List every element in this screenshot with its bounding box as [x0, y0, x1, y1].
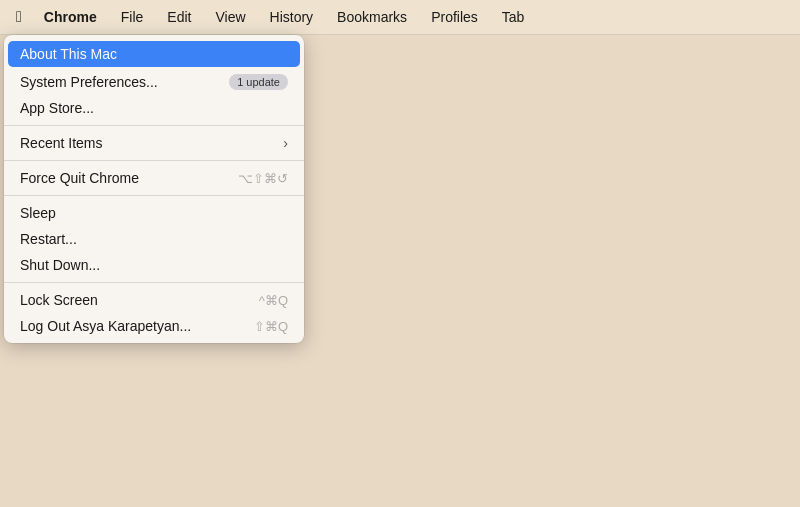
apple-menu-button[interactable]:  — [8, 4, 30, 30]
force-quit-label: Force Quit Chrome — [20, 170, 238, 186]
force-quit-shortcut: ⌥⇧⌘↺ — [238, 171, 288, 186]
menu-bar-edit[interactable]: Edit — [157, 5, 201, 29]
menu-bar-tab[interactable]: Tab — [492, 5, 535, 29]
menu-item-sleep[interactable]: Sleep — [4, 200, 304, 226]
apple-dropdown-menu: About This Mac System Preferences... 1 u… — [4, 35, 304, 343]
menu-bar:  Chrome File Edit View History Bookmark… — [0, 0, 800, 35]
update-badge: 1 update — [229, 74, 288, 90]
menu-item-force-quit[interactable]: Force Quit Chrome ⌥⇧⌘↺ — [4, 165, 304, 191]
divider-1 — [4, 125, 304, 126]
restart-label: Restart... — [20, 231, 288, 247]
divider-3 — [4, 195, 304, 196]
menu-bar-file[interactable]: File — [111, 5, 154, 29]
sleep-label: Sleep — [20, 205, 288, 221]
app-store-label: App Store... — [20, 100, 288, 116]
menu-item-app-store[interactable]: App Store... — [4, 95, 304, 121]
menu-bar-history[interactable]: History — [260, 5, 324, 29]
log-out-label: Log Out Asya Karapetyan... — [20, 318, 254, 334]
system-prefs-label: System Preferences... — [20, 74, 229, 90]
about-mac-label: About This Mac — [20, 46, 288, 62]
chevron-right-icon: › — [283, 135, 288, 151]
menu-item-shut-down[interactable]: Shut Down... — [4, 252, 304, 278]
menu-bar-profiles[interactable]: Profiles — [421, 5, 488, 29]
menu-item-about-mac[interactable]: About This Mac — [8, 41, 300, 67]
lock-screen-label: Lock Screen — [20, 292, 259, 308]
log-out-shortcut: ⇧⌘Q — [254, 319, 288, 334]
menu-bar-bookmarks[interactable]: Bookmarks — [327, 5, 417, 29]
menu-item-system-prefs[interactable]: System Preferences... 1 update — [4, 69, 304, 95]
lock-screen-shortcut: ^⌘Q — [259, 293, 288, 308]
menu-bar-view[interactable]: View — [205, 5, 255, 29]
shut-down-label: Shut Down... — [20, 257, 288, 273]
menu-bar-chrome[interactable]: Chrome — [34, 5, 107, 29]
menu-item-recent-items[interactable]: Recent Items › — [4, 130, 304, 156]
recent-items-label: Recent Items — [20, 135, 283, 151]
divider-2 — [4, 160, 304, 161]
menu-item-restart[interactable]: Restart... — [4, 226, 304, 252]
divider-4 — [4, 282, 304, 283]
menu-item-log-out[interactable]: Log Out Asya Karapetyan... ⇧⌘Q — [4, 313, 304, 339]
menu-item-lock-screen[interactable]: Lock Screen ^⌘Q — [4, 287, 304, 313]
